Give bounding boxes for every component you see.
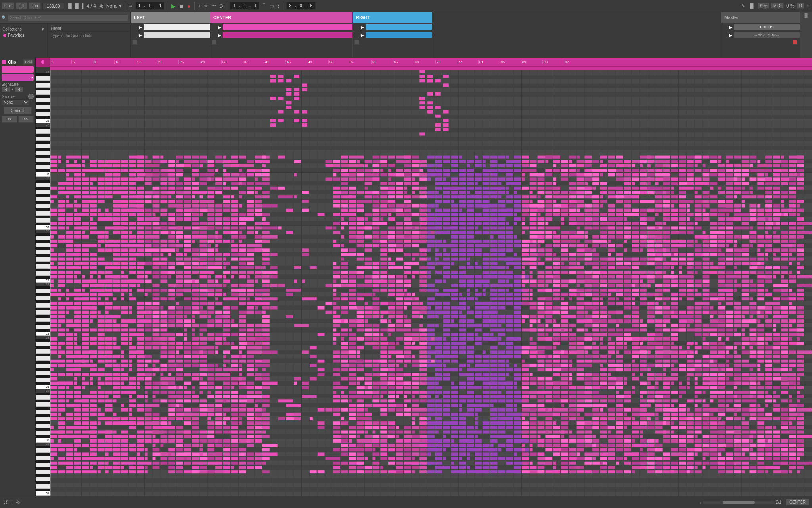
zoom-scrollbar[interactable] bbox=[703, 501, 774, 504]
tap-button[interactable]: Tap bbox=[29, 2, 41, 9]
key-db2 bbox=[36, 428, 50, 431]
curve-icon1: ⌒ bbox=[261, 2, 267, 9]
track-master-play1[interactable]: ▶ bbox=[729, 25, 732, 29]
bpm-input[interactable] bbox=[42, 3, 64, 9]
key-f1w bbox=[36, 470, 50, 474]
midi-button[interactable]: MIDI bbox=[771, 3, 784, 9]
d-button[interactable]: D bbox=[797, 3, 804, 9]
track-left-stop-btn[interactable] bbox=[132, 40, 137, 45]
track-left-clip2: ▶ bbox=[131, 31, 210, 39]
metronome-icon: ◉ bbox=[98, 3, 104, 9]
key-c2[interactable]: C2 bbox=[36, 438, 50, 443]
bars-icon: ▐▌ bbox=[748, 3, 756, 9]
track-master-stop-btn[interactable] bbox=[793, 40, 797, 45]
sig-denominator[interactable] bbox=[15, 87, 23, 92]
track-left-stop bbox=[131, 39, 210, 46]
key-b5b bbox=[36, 233, 50, 236]
loop-bar[interactable] bbox=[50, 67, 812, 70]
track-center-play2[interactable]: ▶ bbox=[218, 33, 221, 37]
groove-knob[interactable] bbox=[28, 94, 34, 99]
favorites-item[interactable]: Favorites bbox=[2, 32, 46, 38]
clip-right-1[interactable] bbox=[366, 24, 432, 30]
zoom-thumb[interactable] bbox=[723, 501, 755, 504]
note-icon[interactable]: ♩ bbox=[10, 499, 13, 506]
key-c8[interactable]: C8 bbox=[36, 119, 50, 123]
track-center-play1[interactable]: ▶ bbox=[218, 25, 221, 29]
key-bb6 bbox=[36, 187, 50, 190]
favorites-label: Favorites bbox=[8, 33, 24, 37]
time-sig-display[interactable]: 4 / 4 bbox=[86, 3, 96, 9]
clip-right-2[interactable] bbox=[366, 32, 432, 38]
ext-button[interactable]: Ext bbox=[16, 2, 27, 9]
key-db6 bbox=[36, 216, 50, 218]
browser-top: 🔍 bbox=[0, 12, 130, 24]
key-button[interactable]: Key bbox=[758, 3, 769, 9]
clip-color-bar1[interactable] bbox=[2, 66, 34, 73]
key-g3w bbox=[36, 356, 50, 361]
track-center-stop-btn[interactable] bbox=[212, 40, 216, 45]
key-c7[interactable]: C7 bbox=[36, 172, 50, 177]
track-right-play2[interactable]: ▶ bbox=[361, 33, 364, 37]
track-center: CENTER ▶ ▶ bbox=[210, 12, 353, 58]
track-right-clip1: ▶ bbox=[353, 23, 432, 31]
track-left-play2[interactable]: ▶ bbox=[139, 33, 142, 37]
key-c6[interactable]: C6 bbox=[36, 225, 50, 230]
clip-left-1[interactable] bbox=[144, 24, 210, 30]
loop-icon[interactable]: ↺ bbox=[3, 499, 8, 506]
clip-color-bar2[interactable]: ▾ bbox=[2, 74, 34, 81]
commit-button[interactable]: Commit bbox=[4, 107, 32, 114]
record-button[interactable]: ● bbox=[186, 3, 192, 9]
track-center-stop bbox=[210, 39, 352, 46]
key-d6w bbox=[36, 218, 50, 223]
key-c1[interactable]: C1 bbox=[36, 491, 50, 496]
track-left-play1[interactable]: ▶ bbox=[139, 25, 142, 29]
key-f3w bbox=[36, 364, 50, 368]
ruler-mark-77: 77 bbox=[457, 60, 478, 64]
link-button[interactable]: Link bbox=[2, 2, 14, 9]
clip-center-2[interactable] bbox=[223, 32, 352, 38]
clip-title-label: Clip bbox=[8, 60, 16, 64]
groove-select[interactable]: None bbox=[2, 99, 29, 105]
clip-master-2-label: --- TOY - PLAY --- bbox=[754, 33, 779, 37]
plus-icon[interactable]: + bbox=[197, 3, 202, 9]
track-master-play2[interactable]: ▶ bbox=[729, 33, 732, 37]
key-c3[interactable]: C3 bbox=[36, 385, 50, 389]
search-input[interactable] bbox=[8, 14, 129, 21]
ruler-mark-5: 5 bbox=[71, 60, 93, 64]
piano-roll-grid[interactable] bbox=[50, 70, 812, 496]
none-dropdown[interactable]: None ▾ bbox=[105, 3, 122, 9]
collections-toggle[interactable]: ▼ bbox=[41, 27, 45, 31]
key-db5 bbox=[36, 269, 50, 271]
key-b7b bbox=[36, 127, 50, 129]
nav-fwd-button[interactable]: >> bbox=[18, 116, 34, 123]
stop-button[interactable]: ■ bbox=[178, 3, 184, 9]
settings-icon[interactable]: ⚙ bbox=[15, 499, 21, 506]
key-c5[interactable]: C5 bbox=[36, 279, 50, 283]
session-view: 🔍 Collections ▼ Favorites Name Type in t… bbox=[0, 12, 812, 58]
key-db1 bbox=[36, 481, 50, 484]
track-right-stop-btn[interactable] bbox=[354, 40, 359, 45]
key-c4[interactable]: C4 bbox=[36, 332, 50, 336]
key-eb8 bbox=[36, 102, 50, 105]
play-button[interactable]: ▶ bbox=[170, 3, 177, 9]
collections-header: Collections ▼ bbox=[2, 25, 46, 32]
track-master-clip1: ▶ CHECK! bbox=[721, 23, 800, 31]
ruler-marks-area[interactable]: 1 5 9 13 17 21 25 29 33 37 41 45 49 53 5… bbox=[50, 60, 812, 64]
bottom-icons: ↺ ♩ ⚙ bbox=[3, 499, 21, 506]
clip-master-2[interactable]: --- TOY - PLAY --- bbox=[734, 32, 800, 38]
key-b6b bbox=[36, 180, 50, 183]
clip-left-2[interactable] bbox=[144, 32, 210, 38]
menu-icon[interactable]: ≡ bbox=[806, 3, 810, 9]
key-b5w bbox=[36, 236, 50, 240]
nav-back-button[interactable]: << bbox=[2, 116, 17, 123]
clip-master-1[interactable]: CHECK! bbox=[734, 24, 800, 30]
note-canvas[interactable] bbox=[50, 70, 812, 496]
track-right-play1[interactable]: ▶ bbox=[361, 25, 364, 29]
key-bb8 bbox=[36, 81, 50, 83]
clip-center-1[interactable] bbox=[223, 24, 352, 30]
key-a6w bbox=[36, 190, 50, 194]
key-bb5 bbox=[36, 240, 50, 243]
sig-numerator[interactable] bbox=[2, 87, 10, 92]
ruler-mark-97: 97 bbox=[564, 60, 585, 64]
fold-button[interactable]: Fold bbox=[23, 59, 34, 65]
